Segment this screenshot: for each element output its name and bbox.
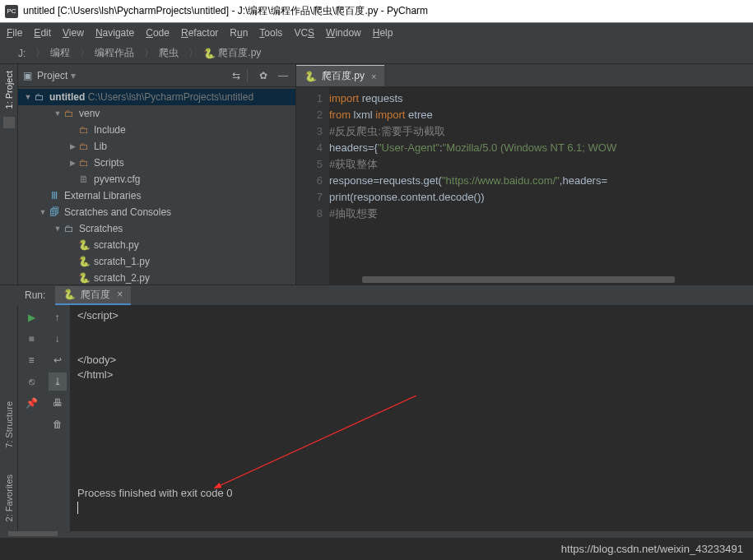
menu-view[interactable]: View [63, 27, 84, 39]
python-file-icon: 🐍 [304, 71, 317, 82]
run-label: Run: [25, 289, 45, 301]
menu-code[interactable]: Code [146, 27, 170, 39]
menu-help[interactable]: Help [373, 27, 393, 39]
sidebar-structure-tab[interactable]: 7: Structure [4, 396, 14, 453]
code-area[interactable]: import requests from lxml import etree #… [329, 87, 753, 285]
watermark-text: https://blog.csdn.net/weixin_43233491 [561, 543, 743, 555]
project-panel: ▣ Project ▾ ⇆ ✿ — 🗀 untitled C:\Users\ls… [18, 64, 296, 285]
stop-icon[interactable]: ■ [22, 330, 40, 348]
editor-area: 🐍 爬百度.py × 12345678 import requests from… [296, 64, 753, 285]
close-icon[interactable]: × [117, 289, 123, 300]
tree-item[interactable]: 🗀Scratches [18, 220, 295, 237]
breadcrumb[interactable]: 爬虫 [159, 46, 179, 60]
run-toolbar-primary: ▶ ■ ≡ ⎋ 📌 [18, 305, 44, 531]
collapse-all-icon[interactable]: ⇆ [229, 68, 244, 83]
window-title: untitled [C:\Users\lsh\PycharmProjects\u… [23, 4, 428, 18]
editor-tab[interactable]: 🐍 爬百度.py × [296, 65, 384, 86]
menu-navigate[interactable]: Navigate [95, 27, 134, 39]
project-tree[interactable]: 🗀 untitled C:\Users\lsh\PycharmProjects\… [18, 87, 295, 285]
pin-icon[interactable]: 📌 [22, 394, 40, 412]
menu-run[interactable]: Run [230, 27, 248, 39]
tree-item[interactable]: 🐍scratch.py [18, 237, 295, 253]
python-file-icon: 🐍 [63, 289, 76, 300]
left-tool-rail-lower: 7: Structure 2: Favorites [0, 305, 18, 531]
menu-file[interactable]: File [7, 27, 22, 39]
console-output[interactable]: </script> </body></html> Process finishe… [71, 305, 753, 531]
scroll-to-end-icon[interactable]: ⤓ [49, 373, 67, 391]
folder-icon: ▣ [23, 70, 32, 81]
run-tool-window: Run: 🐍 爬百度 × 7: Structure 2: Favorites ▶… [0, 285, 753, 538]
soft-wrap-icon[interactable]: ↩ [49, 351, 67, 369]
tree-item[interactable]: 🐍scratch_2.py [18, 270, 295, 285]
breadcrumb[interactable]: 编程 [50, 46, 70, 60]
breadcrumb[interactable]: 编程作品 [95, 46, 134, 60]
tree-item[interactable]: 🗀Include [18, 122, 295, 138]
folder-icon: 🗀 [33, 91, 46, 103]
down-arrow-icon[interactable]: ↓ [49, 330, 67, 348]
run-config-tab[interactable]: 🐍 爬百度 × [55, 286, 131, 305]
titlebar: PC untitled [C:\Users\lsh\PycharmProject… [0, 0, 753, 23]
tree-item[interactable]: 🐍scratch_1.py [18, 253, 295, 270]
run-toolbar-secondary: ↑ ↓ ↩ ⤓ 🖶 🗑 [44, 305, 71, 531]
tree-root[interactable]: 🗀 untitled C:\Users\lsh\PycharmProjects\… [18, 89, 295, 105]
menu-window[interactable]: Window [326, 27, 361, 39]
pycharm-app-icon: PC [5, 5, 18, 18]
tree-item[interactable]: 🗀Lib [18, 138, 295, 155]
gear-icon[interactable]: ✿ [256, 68, 271, 83]
tree-item[interactable]: 🗐Scratches and Consoles [18, 204, 295, 220]
exit-icon[interactable]: ⎋ [22, 373, 40, 391]
breadcrumb[interactable]: J: [18, 48, 26, 59]
left-tool-rail: 1: Project [0, 64, 18, 285]
python-file-icon: 🐍 [203, 48, 215, 59]
tree-item[interactable]: 🗀venv [18, 105, 295, 122]
dropdown-icon[interactable]: ▾ [71, 70, 76, 81]
menubar: File Edit View Navigate Code Refactor Ru… [0, 23, 753, 43]
editor-tab-bar: 🐍 爬百度.py × [296, 64, 753, 87]
layout-icon[interactable]: ≡ [22, 351, 40, 369]
hide-icon[interactable]: — [276, 68, 291, 83]
print-icon[interactable]: 🖶 [49, 394, 67, 412]
tree-item[interactable]: ⅢExternal Libraries [18, 187, 295, 204]
rerun-icon[interactable]: ▶ [22, 308, 40, 326]
sidebar-favorites-tab[interactable]: 2: Favorites [4, 470, 14, 526]
editor-body[interactable]: 12345678 import requests from lxml impor… [296, 87, 753, 285]
horizontal-scrollbar[interactable] [0, 531, 753, 538]
run-header: Run: 🐍 爬百度 × [0, 285, 753, 305]
tree-item[interactable]: 🗎pyvenv.cfg [18, 171, 295, 187]
trash-icon[interactable]: 🗑 [49, 415, 67, 433]
menu-refactor[interactable]: Refactor [181, 27, 218, 39]
gutter: 12345678 [296, 87, 329, 285]
tree-item[interactable]: 🗀Scripts [18, 155, 295, 171]
up-arrow-icon[interactable]: ↑ [49, 308, 67, 326]
sidebar-project-tab[interactable]: 1: Project [4, 66, 14, 113]
menu-edit[interactable]: Edit [34, 27, 51, 39]
breadcrumb[interactable]: 🐍爬百度.py [203, 46, 261, 60]
project-panel-header: ▣ Project ▾ ⇆ ✿ — [18, 64, 295, 87]
project-panel-title[interactable]: Project [37, 70, 67, 81]
navigation-bar: J:〉 编程〉 编程作品〉 爬虫〉 🐍爬百度.py [0, 43, 753, 64]
menu-vcs[interactable]: VCS [294, 27, 314, 39]
menu-tools[interactable]: Tools [259, 27, 282, 39]
tool-window-icon[interactable] [3, 117, 15, 128]
close-icon[interactable]: × [371, 72, 376, 81]
